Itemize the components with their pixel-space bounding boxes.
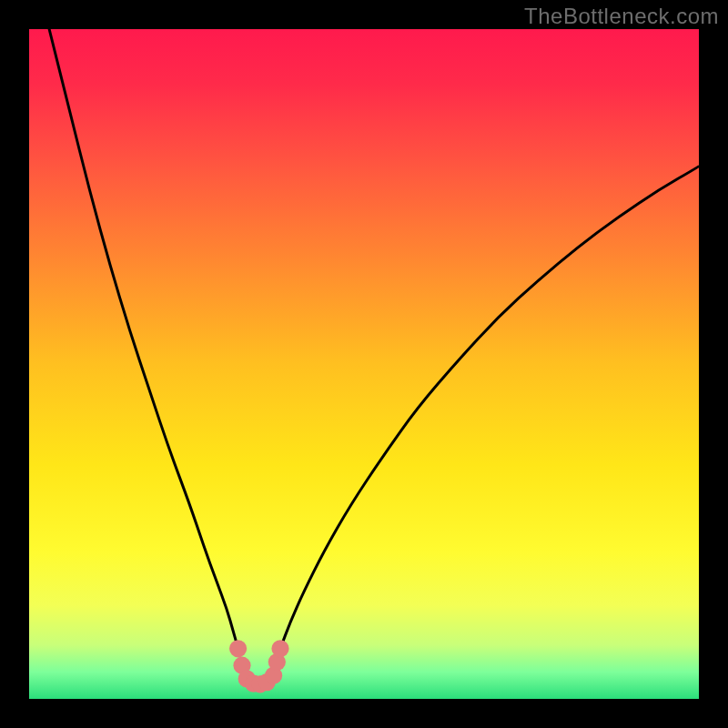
watermark-text: TheBottleneck.com	[524, 4, 719, 29]
chart-frame: TheBottleneck.com	[0, 0, 728, 728]
marker-dot	[271, 640, 288, 657]
marker-dot	[229, 640, 247, 657]
plot-background	[29, 29, 699, 699]
bottleneck-chart	[0, 0, 728, 728]
